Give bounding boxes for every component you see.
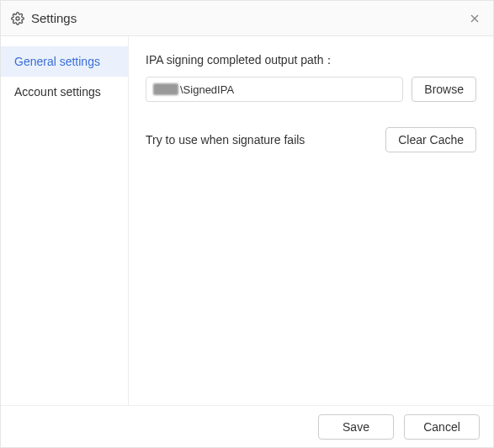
output-path-value: \SignedIPA — [180, 83, 234, 96]
signature-fail-label: Try to use when signature fails — [146, 133, 305, 147]
gear-icon — [11, 12, 24, 25]
cancel-button[interactable]: Cancel — [404, 414, 480, 440]
window-title: Settings — [31, 11, 466, 25]
settings-window: Settings General settings Account settin… — [0, 0, 494, 448]
sidebar-item-label: General settings — [14, 55, 100, 68]
output-path-label: IPA signing completed output path： — [146, 53, 476, 68]
body: General settings Account settings IPA si… — [1, 36, 493, 405]
save-button[interactable]: Save — [318, 414, 394, 440]
sidebar-item-general[interactable]: General settings — [1, 46, 128, 77]
browse-button[interactable]: Browse — [412, 77, 476, 102]
signature-fail-row: Try to use when signature fails Clear Ca… — [146, 127, 476, 152]
sidebar-item-account[interactable]: Account settings — [1, 77, 128, 107]
close-icon — [468, 12, 481, 25]
footer: Save Cancel — [1, 405, 493, 447]
clear-cache-button[interactable]: Clear Cache — [385, 127, 476, 152]
redacted-path-prefix — [153, 83, 178, 95]
sidebar-item-label: Account settings — [14, 85, 101, 99]
titlebar: Settings — [1, 1, 493, 36]
sidebar: General settings Account settings — [1, 36, 129, 405]
output-path-row: \SignedIPA Browse — [146, 77, 476, 102]
output-path-input[interactable]: \SignedIPA — [146, 77, 403, 102]
close-button[interactable] — [466, 10, 483, 27]
svg-point-0 — [16, 17, 19, 20]
content-panel: IPA signing completed output path： \Sign… — [129, 36, 493, 405]
